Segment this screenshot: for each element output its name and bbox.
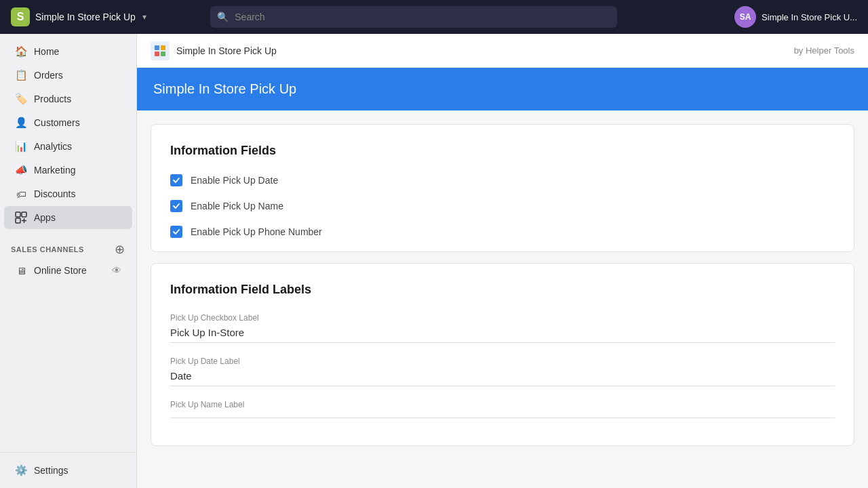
orders-icon: 📋	[15, 69, 27, 81]
eye-icon: 👁	[112, 265, 121, 276]
search-bar: 🔍	[210, 6, 617, 28]
sidebar-item-apps[interactable]: Apps	[4, 206, 132, 229]
svg-rect-8	[155, 52, 159, 56]
checkbox-label-date: Enable Pick Up Date	[191, 175, 278, 186]
app-header-banner: Simple In Store Pick Up	[137, 68, 868, 110]
sidebar-item-discounts[interactable]: 🏷 Discounts	[4, 182, 132, 205]
main-content: Simple In Store Pick Up by Helper Tools …	[137, 34, 868, 488]
products-icon: 🏷️	[15, 93, 27, 105]
field-label-date: Pick Up Date Label	[170, 357, 835, 366]
checkbox-row-date: Enable Pick Up Date	[170, 174, 835, 186]
field-label-checkbox: Pick Up Checkbox Label	[170, 313, 835, 323]
brand-logo[interactable]: S Simple In Store Pick Up ▾	[11, 7, 146, 26]
online-store-left: 🖥 Online Store	[15, 264, 87, 277]
analytics-icon: 📊	[15, 140, 27, 152]
sidebar-item-marketing[interactable]: 📣 Marketing	[4, 159, 132, 182]
by-helper-text: by Helper Tools	[794, 45, 854, 56]
discounts-icon: 🏷	[15, 188, 27, 200]
customers-icon: 👤	[15, 117, 27, 129]
sidebar-bottom: ⚙️ Settings	[0, 452, 136, 488]
breadcrumb-bar: Simple In Store Pick Up by Helper Tools	[137, 34, 868, 68]
field-value-checkbox[interactable]: Pick Up In-Store	[170, 327, 835, 343]
apps-icon	[15, 211, 27, 224]
settings-label: Settings	[34, 465, 68, 476]
sidebar-item-label: Home	[34, 46, 59, 57]
field-label-name: Pick Up Name Label	[170, 400, 835, 409]
sidebar-item-label: Products	[34, 94, 71, 104]
svg-rect-1	[22, 212, 26, 217]
sidebar-item-settings[interactable]: ⚙️ Settings	[4, 459, 132, 482]
avatar: SA	[734, 6, 756, 28]
sidebar-item-label: Orders	[34, 70, 63, 81]
top-nav: S Simple In Store Pick Up ▾ 🔍 SA Simple …	[0, 0, 868, 34]
sidebar-item-products[interactable]: 🏷️ Products	[4, 87, 132, 110]
sidebar-item-home[interactable]: 🏠 Home	[4, 40, 132, 63]
checkbox-pickup-phone[interactable]	[170, 226, 182, 238]
field-value-name[interactable]	[170, 413, 835, 418]
checkbox-row-name: Enable Pick Up Name	[170, 200, 835, 212]
search-input[interactable]	[210, 6, 617, 28]
online-store-icon: 🖥	[15, 264, 27, 277]
checkbox-label-name: Enable Pick Up Name	[191, 201, 283, 211]
sidebar-item-online-store[interactable]: 🖥 Online Store 👁	[4, 259, 132, 282]
field-group-checkbox-label: Pick Up Checkbox Label Pick Up In-Store	[170, 313, 835, 343]
brand-name: Simple In Store Pick Up	[35, 12, 136, 22]
app-header-title: Simple In Store Pick Up	[153, 81, 296, 96]
sidebar-item-label: Marketing	[34, 165, 75, 176]
information-field-labels-card: Information Field Labels Pick Up Checkbo…	[151, 263, 854, 446]
checkbox-label-phone: Enable Pick Up Phone Number	[191, 226, 322, 237]
field-group-date-label: Pick Up Date Label Date	[170, 357, 835, 386]
store-name-label: Simple In Store Pick U...	[762, 12, 857, 22]
information-fields-card: Information Fields Enable Pick Up Date	[151, 124, 854, 252]
sidebar-item-analytics[interactable]: 📊 Analytics	[4, 135, 132, 158]
sidebar-item-label: Discounts	[34, 188, 75, 199]
breadcrumb-app-name: Simple In Store Pick Up	[176, 45, 277, 56]
sidebar-item-label: Apps	[34, 212, 56, 223]
sidebar-nav: 🏠 Home 📋 Orders 🏷️ Products 👤 Customers …	[0, 34, 136, 235]
sidebar-item-customers[interactable]: 👤 Customers	[4, 111, 132, 134]
chevron-down-icon: ▾	[142, 12, 146, 22]
field-group-name-label: Pick Up Name Label	[170, 400, 835, 418]
layout: 🏠 Home 📋 Orders 🏷️ Products 👤 Customers …	[0, 34, 868, 488]
shopify-icon: S	[11, 7, 30, 26]
settings-icon: ⚙️	[15, 464, 27, 476]
svg-rect-7	[161, 45, 165, 50]
svg-rect-2	[16, 218, 20, 223]
breadcrumb-left: Simple In Store Pick Up	[151, 41, 277, 60]
sidebar-item-label: Customers	[34, 117, 80, 128]
marketing-icon: 📣	[15, 164, 27, 176]
sidebar-item-label: Analytics	[34, 141, 72, 152]
checkbox-pickup-date[interactable]	[170, 174, 182, 186]
app-icon	[151, 41, 170, 60]
information-field-labels-title: Information Field Labels	[170, 283, 835, 297]
content-area: Information Fields Enable Pick Up Date	[137, 110, 868, 460]
sidebar-item-orders[interactable]: 📋 Orders	[4, 64, 132, 87]
search-icon: 🔍	[217, 12, 229, 22]
checkbox-pickup-name[interactable]	[170, 200, 182, 212]
online-store-label: Online Store	[34, 265, 87, 276]
home-icon: 🏠	[15, 45, 27, 58]
top-nav-right: SA Simple In Store Pick U...	[734, 6, 857, 28]
sales-channels-header: SALES CHANNELS ⊕	[0, 235, 136, 258]
add-sales-channel-button[interactable]: ⊕	[113, 243, 125, 256]
svg-rect-9	[161, 52, 165, 56]
checkbox-row-phone: Enable Pick Up Phone Number	[170, 226, 835, 238]
information-fields-title: Information Fields	[170, 144, 835, 158]
svg-rect-6	[155, 45, 159, 50]
field-value-date[interactable]: Date	[170, 370, 835, 386]
sidebar: 🏠 Home 📋 Orders 🏷️ Products 👤 Customers …	[0, 34, 137, 488]
svg-rect-0	[16, 212, 20, 217]
